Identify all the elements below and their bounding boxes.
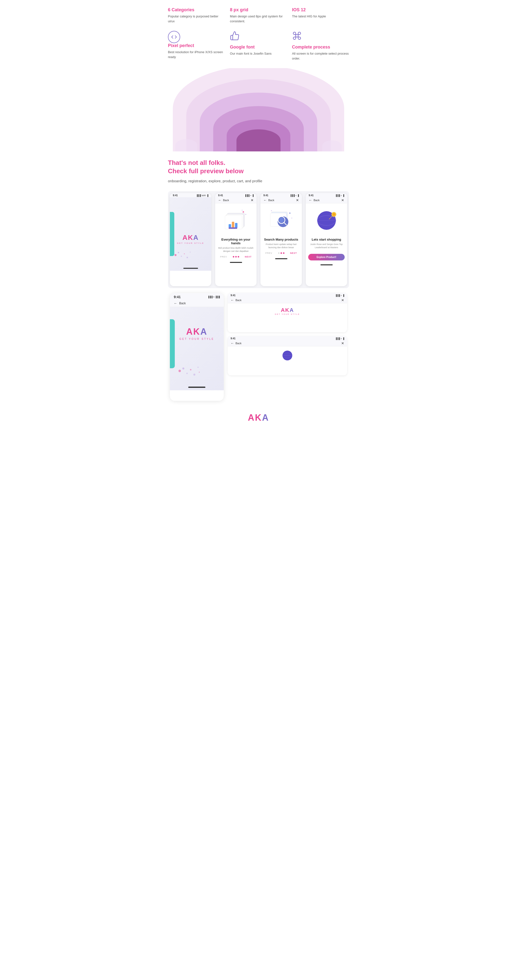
- features-section: 6 Categories Popular category is purpose…: [160, 0, 357, 68]
- phone-4-status: 9:41 ▐▐▐ ≈ ▐: [306, 193, 347, 197]
- phone-2: 9:41 ▐▐▐ ≈ ▐ ← Back ✕: [215, 193, 257, 286]
- close-btn-4[interactable]: ✕: [341, 198, 344, 202]
- phone-2-desc: Beli product bisa dipilih lebih mudah de…: [217, 247, 254, 253]
- next-btn-2[interactable]: NEXT: [245, 256, 252, 258]
- phone-2-bottom: [215, 261, 257, 264]
- preview-heading: That's not all folks. Check full preview…: [168, 159, 349, 175]
- svg-point-36: [198, 367, 199, 368]
- phone-3-illustration: [263, 206, 300, 235]
- svg-rect-11: [235, 223, 238, 228]
- large-signal: ▐▐▐: [208, 296, 213, 298]
- feature-process-desc: All screen is for complete select proces…: [292, 51, 349, 61]
- prev-btn-3[interactable]: PREV: [265, 252, 273, 254]
- close-btn-2[interactable]: ✕: [251, 198, 254, 202]
- phone-3-body: Search Many products Product kami update…: [260, 204, 302, 257]
- small-top-status: 9:41 ▐▐▐ ≈ ▐: [228, 293, 347, 297]
- phone-small-col: 9:41 ▐▐▐ ≈ ▐ ← Back ✕ AKA GET YO: [226, 291, 349, 377]
- large-back-label: Back: [179, 302, 186, 305]
- feature-categories: 6 Categories Popular category is purpose…: [168, 7, 225, 24]
- large-aka-accent: A: [200, 326, 208, 337]
- signal-icon-2: ▐▐▐: [245, 194, 249, 197]
- dot-3-1: [278, 252, 279, 254]
- svg-point-37: [199, 372, 200, 373]
- phones-row-top: 9:41 ▐▐▐ WiFi ▐ AKA GET YOUR STYLE: [168, 191, 349, 288]
- back-label-4: Back: [314, 199, 319, 202]
- nav-dots-3: [278, 252, 284, 254]
- svg-point-22: [289, 212, 290, 214]
- feature-grid-title: 8 px grid: [230, 7, 287, 13]
- wifi-icon-4: ≈: [341, 194, 342, 197]
- status-icons-2: ▐▐▐ ≈ ▐: [245, 194, 254, 197]
- home-indicator: [183, 268, 198, 269]
- large-status-icons: ▐▐▐ ≈ ▐▐▐: [208, 296, 220, 298]
- small-bot-icons: ▐▐▐ ≈ ▐: [335, 337, 344, 340]
- dots-decor-left: [174, 250, 193, 261]
- svg-point-1: [178, 252, 179, 253]
- svg-rect-10: [232, 222, 234, 228]
- back-arrow-4[interactable]: ←: [309, 198, 312, 202]
- small-top-icons: ▐▐▐ ≈ ▐: [335, 294, 344, 297]
- phone-large: 9:41 ▐▐▐ ≈ ▐▐▐ ← Back AKA GET YOUR ST: [170, 293, 224, 401]
- phone-2-title: Everything on your hands: [217, 238, 254, 245]
- nav-dots-2: [233, 256, 239, 258]
- status-time-4: 9:41: [309, 194, 314, 197]
- feature-ios-title: IOS 12: [292, 7, 349, 13]
- phone-3-bottom: [260, 257, 302, 261]
- battery-icon: ▐: [207, 194, 208, 197]
- phone-3-nav: ← Back ✕: [260, 197, 302, 204]
- aka-logo-accent: A: [193, 234, 199, 241]
- small-bot-status: 9:41 ▐▐▐ ≈ ▐: [228, 336, 347, 340]
- svg-point-23: [271, 210, 272, 211]
- icons-row: Pixel perfect Best resolution for iPhone…: [168, 31, 349, 61]
- sb-close[interactable]: ✕: [341, 341, 344, 345]
- phone-3-title: Search Many products: [263, 238, 300, 241]
- phone-2-body: Everything on your hands Beli product bi…: [215, 204, 257, 261]
- svg-point-15: [242, 210, 243, 211]
- phone-large-status: 9:41 ▐▐▐ ≈ ▐▐▐: [170, 293, 224, 300]
- feature-pixel-title: Pixel perfect: [168, 43, 225, 48]
- wifi-icon-2: ≈: [250, 194, 251, 197]
- feature-pixel: Pixel perfect Best resolution for iPhone…: [168, 31, 225, 61]
- paintbrush-icon: [292, 31, 349, 41]
- back-arrow-3[interactable]: ←: [263, 198, 267, 202]
- phone-3-nav-dots: PREV NEXT: [263, 252, 300, 254]
- svg-point-3: [184, 253, 185, 254]
- large-aka-logo: AKA: [175, 326, 219, 337]
- small-bot-time: 9:41: [231, 337, 235, 340]
- st-back-arrow[interactable]: ←: [231, 298, 234, 302]
- svg-point-34: [190, 369, 192, 371]
- home-indicator-4: [320, 264, 333, 265]
- status-time-3: 9:41: [263, 194, 268, 197]
- small-top-nav: ← Back ✕: [228, 297, 347, 303]
- large-teal-bar: [170, 319, 175, 368]
- sb-back-arrow[interactable]: ←: [231, 341, 234, 345]
- code-icon: [168, 31, 180, 43]
- st-signal: ▐▐▐: [335, 294, 340, 297]
- explore-btn[interactable]: Explore Product!: [308, 254, 345, 261]
- feature-pixel-desc: Best resolution for iPhone X/XS screen r…: [168, 50, 225, 59]
- phone-3: 9:41 ▐▐▐ ≈ ▐ ← Back ✕: [260, 193, 302, 286]
- battery-icon-2: ▐: [252, 194, 254, 197]
- wifi-icon: WiFi: [202, 194, 206, 197]
- large-back-arrow[interactable]: ←: [174, 301, 177, 305]
- prev-btn-2[interactable]: PREV: [220, 256, 227, 258]
- svg-point-0: [174, 254, 176, 256]
- dot-3-3: [283, 252, 284, 254]
- rainbow-graphic: [173, 68, 344, 151]
- next-btn-3[interactable]: NEXT: [290, 252, 297, 254]
- svg-point-13: [243, 211, 244, 213]
- svg-point-32: [182, 368, 184, 369]
- large-battery: ▐▐▐: [215, 296, 220, 298]
- rainbow-section: [160, 68, 357, 151]
- st-close[interactable]: ✕: [341, 298, 344, 302]
- large-wifi: ≈: [213, 296, 214, 298]
- phone-4-bottom: [306, 263, 347, 267]
- small-bot-nav: ← Back ✕: [228, 340, 347, 347]
- back-arrow-2[interactable]: ←: [218, 198, 222, 202]
- bottom-aka-logo: AKA: [168, 412, 349, 423]
- back-label-3: Back: [268, 199, 274, 202]
- svg-point-29: [332, 213, 335, 216]
- phone-3-desc: Product kami update setiap hari launcing…: [263, 243, 300, 249]
- close-btn-3[interactable]: ✕: [296, 198, 299, 202]
- home-indicator-3: [275, 258, 287, 259]
